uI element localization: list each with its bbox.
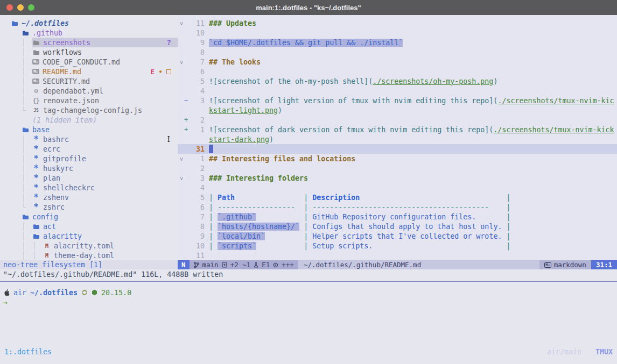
tree-row-body: Mtheme-day.toml <box>43 251 178 260</box>
window-title: main:1:.dotfiles - "ks~/.dotfiles" <box>256 4 361 12</box>
tree-item-badges: ? <box>167 38 173 47</box>
indent-guide <box>11 39 22 47</box>
syntax-url: ./screenshots/oh-my-posh.png <box>373 77 493 85</box>
diagnostic-error-badge: E <box>150 68 155 76</box>
tree-item-theme-day-toml[interactable]: ││Mtheme-day.toml <box>0 251 178 260</box>
tree-row-body: {}renovate.json <box>32 96 178 105</box>
indent-guide: └ <box>22 106 32 115</box>
tree-item-tag-changelog-config-js[interactable]: └JStag-changelog-config.js <box>0 105 178 115</box>
editor-line[interactable]: 5| Path | Description | <box>178 192 617 202</box>
fold-marker[interactable]: v <box>178 156 184 162</box>
minimize-button[interactable] <box>17 4 24 11</box>
line-text: start-dark.png) <box>209 134 617 144</box>
line-number: 1 <box>190 126 205 134</box>
tree-item-ecrc[interactable]: │*ecrc <box>0 144 178 154</box>
asterisk-file-icon: * <box>32 194 40 201</box>
line-number: 3 <box>190 174 205 182</box>
editor-line[interactable]: 8| `hosts/{hostname}/` | Configs that sh… <box>178 222 617 231</box>
tree-item-dependabot-yml[interactable]: │⚙dependabot.yml <box>0 86 178 96</box>
line-number: 10 <box>190 242 205 250</box>
editor-line[interactable]: v1## Interesting files and locations <box>178 154 617 163</box>
fold-marker[interactable]: v <box>178 20 184 26</box>
tree-item-base[interactable]: base <box>0 125 178 134</box>
line-number: 9 <box>190 39 205 47</box>
tree-item-zshenv[interactable]: │*zshenv <box>0 192 178 202</box>
tree-item-label: README.md <box>43 68 81 76</box>
diagnostics-count: E1 <box>262 261 270 269</box>
editor-line[interactable]: 11 <box>178 251 617 260</box>
editor-line[interactable]: 6 <box>178 67 617 76</box>
file-tree[interactable]: ~/.dotfiles .github │screenshots? │workf… <box>0 15 178 260</box>
folder-icon <box>32 233 40 239</box>
editor-line[interactable]: +1![screenshot of dark version of tmux w… <box>178 125 617 134</box>
tree-item-github[interactable]: .github <box>0 28 178 38</box>
tree-row-body: .github <box>22 28 178 38</box>
tree-item-code-of-conduct-md[interactable]: │M↓CODE_OF_CONDUCT.md <box>0 57 178 67</box>
tree-item-workflows[interactable]: │workflows <box>0 47 178 57</box>
git-sign: + <box>184 126 190 133</box>
tree-item-label: bashrc <box>43 135 69 144</box>
tree-item-gitprofile[interactable]: │*gitprofile <box>0 154 178 163</box>
tree-item-huskyrc[interactable]: │*huskyrc <box>0 163 178 173</box>
fold-marker[interactable]: v <box>178 59 184 65</box>
tree-item-config[interactable]: config <box>0 212 178 222</box>
editor-line[interactable]: v11### Updates <box>178 18 617 28</box>
tree-item-zshrc[interactable]: └*zshrc <box>0 202 178 212</box>
shell-input-line[interactable]: → <box>0 297 617 307</box>
git-diff-counts: +2 ~1 <box>230 261 251 269</box>
tree-item-bashrc[interactable]: │*bashrcI <box>0 134 178 144</box>
indent-guide <box>11 126 22 134</box>
editor-line[interactable]: 9| `local/bin` | Helper scripts that I'v… <box>178 231 617 241</box>
syntax-plain <box>265 232 304 240</box>
tmux-pane-separator[interactable] <box>0 281 617 282</box>
editor-line[interactable]: 8 <box>178 47 617 57</box>
tree-item-screenshots[interactable]: │screenshots? <box>0 38 178 47</box>
editor-line[interactable]: 4 <box>178 183 617 192</box>
tree-item-renovate-json[interactable]: │{}renovate.json <box>0 96 178 105</box>
tree-item-alacritty[interactable]: │alacritty <box>0 231 178 241</box>
statusline-filepath: ~/.dotfiles/.github/README.md <box>298 260 539 269</box>
tree-item-security-md[interactable]: │M↓SECURITY.md <box>0 76 178 86</box>
editor-line[interactable]: 6| ------------------ | ----------------… <box>178 202 617 212</box>
editor-line[interactable]: v3### Interesting folders <box>178 173 617 183</box>
editor-pane[interactable]: v11### Updates109`cd $HOME/.dotfiles && … <box>178 15 617 260</box>
indent-guide <box>11 165 22 173</box>
tree-item-alacritty-toml[interactable]: ││Malacritty.toml <box>0 241 178 251</box>
tree-item-1-hidden-item[interactable]: (1 hidden item) <box>0 115 178 125</box>
indent-guide <box>11 242 22 250</box>
editor-line[interactable]: 10 <box>178 28 617 38</box>
close-button[interactable] <box>6 4 13 11</box>
fold-marker[interactable]: v <box>178 175 184 181</box>
indent-guide <box>11 68 22 76</box>
tree-row-body: *zshenv <box>32 192 178 202</box>
editor-line[interactable]: v7## The looks <box>178 57 617 67</box>
tree-item-shellcheckrc[interactable]: │*shellcheckrc <box>0 183 178 192</box>
editor-line[interactable]: +2 <box>178 115 617 125</box>
nodejs-icon <box>92 289 97 296</box>
editor-line[interactable]: 4 <box>178 86 617 96</box>
tree-item-plan[interactable]: │*plan <box>0 173 178 183</box>
indent-guide: │ <box>22 155 32 163</box>
tree-item-readme-md[interactable]: │M↓README.mdE• <box>0 67 178 76</box>
tmux-window-tab[interactable]: 1:.dotfiles <box>4 348 52 356</box>
flask-icon <box>254 262 258 268</box>
editor-line[interactable]: 9`cd $HOME/.dotfiles && git pull && ./in… <box>178 38 617 47</box>
line-number: 7 <box>190 58 205 66</box>
editor-line[interactable]: 31 <box>178 144 617 154</box>
git-fetch-icon <box>81 289 88 296</box>
node-version: 20.15.0 <box>101 289 131 297</box>
editor-line[interactable]: 10| `scripts` | Setup scripts. | <box>178 241 617 251</box>
tree-item-dotfiles[interactable]: ~/.dotfiles <box>0 18 178 28</box>
editor-line[interactable]: 7| `.github` | GitHub Repository configu… <box>178 212 617 222</box>
zoom-button[interactable] <box>28 4 34 11</box>
editor-line[interactable]: 2 <box>178 163 617 173</box>
syntax-code: `local/bin` <box>218 232 265 240</box>
syntax-url: ./screenshots/tmux-nvim-kick <box>493 126 614 134</box>
tree-item-act[interactable]: │act <box>0 222 178 231</box>
syntax-plain <box>235 194 304 202</box>
editor-line[interactable]: 5![screenshot of the oh-my-posh shell](.… <box>178 76 617 86</box>
editor-wrap-line[interactable]: start-dark.png) <box>178 134 617 144</box>
editor-wrap-line[interactable]: kstart-light.png) <box>178 105 617 115</box>
tree-row-body: *zshrc <box>32 202 178 212</box>
editor-line[interactable]: ~3![screenshot of light version of tmux … <box>178 96 617 105</box>
